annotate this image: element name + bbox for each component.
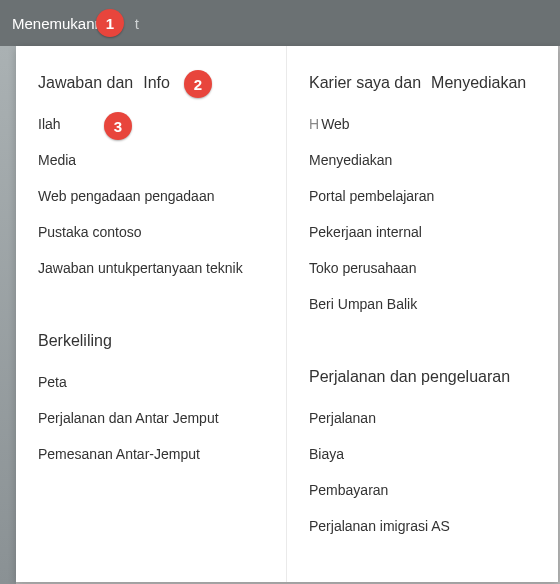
link-biaya[interactable]: Biaya <box>309 446 536 462</box>
link-portal-pembelajaran[interactable]: Portal pembelajaran <box>309 188 536 204</box>
header-part-2: Info <box>143 74 170 92</box>
header-part-2: Menyediakan <box>431 74 526 92</box>
header-part-1: Jawaban dan <box>38 74 133 92</box>
link-pekerjaan-internal[interactable]: Pekerjaan internal <box>309 224 536 240</box>
section-header-perjalanan[interactable]: Perjalanan dan pengeluaran <box>309 368 536 386</box>
link-ilah[interactable]: Ilah <box>38 116 264 132</box>
link-pembayaran[interactable]: Pembayaran <box>309 482 536 498</box>
section-header-jawaban[interactable]: Jawaban dan Info <box>38 74 264 92</box>
section-jawaban-info: Jawaban dan Info Ilah Media Web pengadaa… <box>38 74 264 276</box>
link-perjalanan[interactable]: Perjalanan <box>309 410 536 426</box>
link-pustaka-contoso[interactable]: Pustaka contoso <box>38 224 264 240</box>
link-pemesanan[interactable]: Pemesanan Antar-Jemput <box>38 446 264 462</box>
menu-column-left: Jawaban dan Info Ilah Media Web pengadaa… <box>16 46 287 582</box>
section-header-berkeliling[interactable]: Berkeliling <box>38 332 264 350</box>
annotation-badge-3: 3 <box>104 112 132 140</box>
annotation-badge-2: 2 <box>184 70 212 98</box>
link-hweb[interactable]: HWeb <box>309 116 536 132</box>
link-toko-perusahaan[interactable]: Toko perusahaan <box>309 260 536 276</box>
link-imigrasi[interactable]: Perjalanan imigrasi AS <box>309 518 536 534</box>
link-menyediakan[interactable]: Menyediakan <box>309 152 536 168</box>
link-media[interactable]: Media <box>38 152 264 168</box>
section-berkeliling: Berkeliling Peta Perjalanan dan Antar Je… <box>38 332 264 462</box>
left-background-strip <box>0 46 16 584</box>
link-peta[interactable]: Peta <box>38 374 264 390</box>
header-part-1: Karier saya dan <box>309 74 421 92</box>
section-perjalanan: Perjalanan dan pengeluaran Perjalanan Bi… <box>309 368 536 534</box>
annotation-badge-1: 1 <box>96 9 124 37</box>
menu-column-right: Karier saya dan Menyediakan HWeb Menyedi… <box>287 46 558 582</box>
top-bar-trailing: t <box>135 15 139 32</box>
link-text: Web <box>321 116 350 132</box>
section-header-karier[interactable]: Karier saya dan Menyediakan <box>309 74 536 92</box>
mega-menu-panel: Jawaban dan Info Ilah Media Web pengadaa… <box>16 46 558 582</box>
link-umpan-balik[interactable]: Beri Umpan Balik <box>309 296 536 312</box>
top-bar: Menemukannya t <box>0 0 560 46</box>
section-karier: Karier saya dan Menyediakan HWeb Menyedi… <box>309 74 536 312</box>
link-jawaban-teknik[interactable]: Jawaban untukpertanyaan teknik <box>38 260 264 276</box>
link-web-pengadaan[interactable]: Web pengadaan pengadaan <box>38 188 264 204</box>
link-antar-jemput[interactable]: Perjalanan dan Antar Jemput <box>38 410 264 426</box>
link-prefix: H <box>309 116 319 132</box>
